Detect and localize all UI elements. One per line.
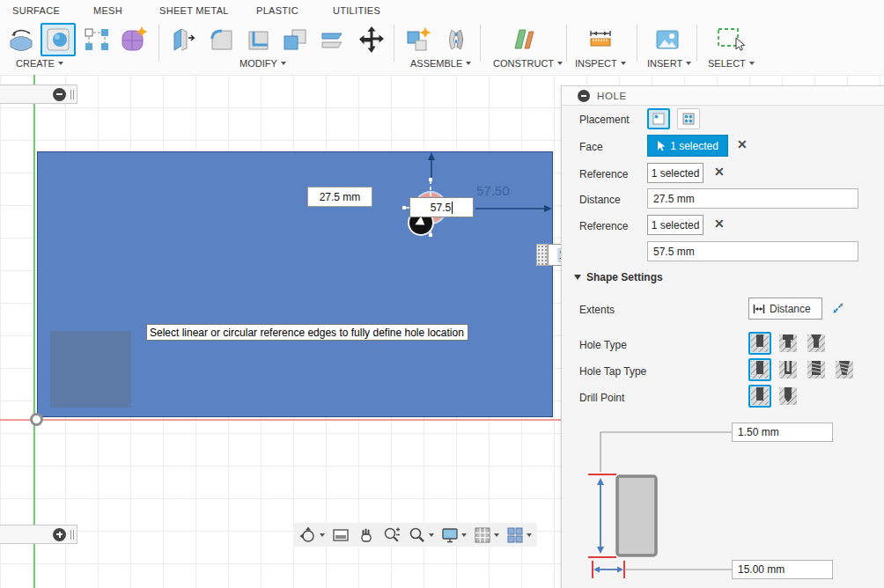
dimension-edit-box[interactable]: 57.5 [409, 197, 474, 217]
drill-point-flat-button[interactable] [748, 385, 771, 408]
new-component-glyph [404, 26, 434, 54]
tap-type-tapped-button[interactable] [805, 358, 828, 381]
drill-flat-icon [751, 387, 769, 405]
tab-plastic[interactable]: PLASTIC [256, 5, 298, 16]
select-tool-icon[interactable] [713, 23, 748, 56]
grid-icon [473, 526, 492, 545]
combine-glyph [281, 26, 311, 54]
pattern-icon[interactable] [79, 23, 114, 56]
dimension-drag-grip[interactable] [536, 244, 548, 266]
browser-grip-handle[interactable] [70, 90, 74, 99]
select-menu-button[interactable]: SELECT [708, 58, 755, 69]
drill-point-angle-button[interactable] [777, 385, 799, 408]
clear-reference2-button[interactable]: ✕ [714, 217, 725, 231]
placement-multiple-button[interactable] [677, 108, 700, 129]
reference-selection-button[interactable]: 1 selected [647, 163, 704, 183]
distance-input[interactable]: 27.5 mm [647, 188, 858, 209]
expand-timeline-button[interactable] [53, 528, 66, 541]
drill-point-label: Drill Point [579, 392, 624, 404]
insert-menu-button[interactable]: INSERT [647, 58, 691, 69]
hole-tool-icon[interactable] [41, 23, 76, 56]
display-settings-button[interactable] [440, 526, 467, 545]
pan-button[interactable] [357, 526, 376, 545]
tap-simple-icon [751, 361, 769, 379]
hole-type-countersink-button[interactable] [805, 332, 828, 355]
inspect-menu-label: INSPECT [575, 58, 617, 69]
y-axis-line [33, 75, 35, 588]
distance-extent-icon [753, 304, 765, 314]
create-menu-button[interactable]: CREATE [16, 58, 63, 69]
tap-type-clearance-button[interactable] [777, 358, 799, 381]
simple-hole-icon [751, 334, 769, 352]
assemble-menu-button[interactable]: ASSEMBLE [410, 58, 471, 69]
timeline-collapsed-bar [0, 525, 77, 544]
shell-glyph [244, 26, 274, 54]
shape-settings-section-toggle[interactable]: Shape Settings [574, 271, 663, 283]
reference-label: Reference [579, 168, 628, 180]
insert-image-icon[interactable] [650, 23, 685, 56]
flip-direction-button[interactable] [830, 300, 846, 320]
pattern-glyph [82, 26, 112, 54]
combine-icon[interactable] [278, 23, 313, 56]
shell-icon[interactable] [241, 23, 276, 56]
tap-type-taper-button[interactable] [833, 358, 856, 381]
handle-arrow-icon [415, 217, 427, 230]
zoom-icon [382, 526, 401, 545]
look-at-button[interactable] [331, 526, 350, 545]
construct-plane-icon[interactable] [505, 23, 541, 56]
hole-dialog-header[interactable]: HOLE [562, 86, 884, 106]
face-selection-value: 1 selected [670, 140, 718, 152]
form-icon[interactable] [116, 23, 151, 56]
origin-point-marker [30, 413, 43, 426]
construct-menu-button[interactable]: CONSTRUCT [493, 58, 563, 69]
hole-type-simple-button[interactable] [748, 332, 771, 355]
create-menu-label: CREATE [16, 58, 55, 69]
chevron-down-icon [429, 533, 434, 537]
timeline-grip-handle[interactable] [70, 530, 74, 540]
press-pull-icon[interactable] [166, 23, 201, 56]
chevron-down-icon [686, 62, 691, 65]
collapse-browser-button[interactable] [53, 88, 66, 101]
diameter-input[interactable]: 15.00 mm [732, 560, 833, 579]
cursor-icon [657, 140, 666, 152]
placement-single-button[interactable] [647, 108, 670, 129]
reference2-selection-button[interactable]: 1 selected [647, 215, 704, 235]
joint-glyph [441, 26, 471, 54]
tab-utilities[interactable]: UTILITIES [333, 5, 380, 16]
depth-input[interactable]: 1.50 mm [732, 423, 833, 442]
clear-reference-button[interactable]: ✕ [714, 165, 725, 179]
tab-mesh[interactable]: MESH [93, 5, 122, 16]
orbit-icon [298, 526, 318, 545]
revolve-icon[interactable] [4, 23, 39, 56]
face-selection-button[interactable]: 1 selected [647, 135, 728, 157]
modify-menu-button[interactable]: MODIFY [239, 58, 286, 69]
split-body-icon[interactable] [315, 23, 350, 56]
orbit-button[interactable] [298, 526, 325, 545]
dimension-input-horizontal[interactable]: 27.5 mm [307, 187, 372, 207]
chevron-down-icon [557, 62, 563, 65]
fillet-icon[interactable] [204, 23, 239, 56]
zoom-window-button[interactable] [408, 526, 434, 545]
grid-settings-button[interactable] [473, 526, 499, 545]
chevron-down-icon [466, 62, 471, 65]
extents-dropdown[interactable]: Distance [748, 298, 822, 320]
tap-type-simple-button[interactable] [748, 358, 771, 381]
chevron-down-icon [621, 62, 626, 65]
viewports-button[interactable] [505, 526, 532, 545]
chevron-down-icon [749, 62, 755, 65]
hole-type-label: Hole Type [579, 339, 627, 351]
move-icon[interactable] [354, 23, 389, 56]
tab-sheet-metal[interactable]: SHEET METAL [159, 5, 229, 16]
tab-surface[interactable]: SURFACE [12, 5, 60, 16]
hole-type-counterbore-button[interactable] [777, 332, 799, 355]
measure-icon[interactable] [583, 23, 618, 56]
new-component-icon[interactable] [401, 23, 437, 56]
inspect-menu-button[interactable]: INSPECT [575, 58, 626, 69]
secondary-distance-input[interactable]: 57.5 mm [647, 241, 858, 261]
face-label: Face [579, 141, 603, 153]
joint-icon[interactable] [438, 23, 474, 56]
magnifier-icon [408, 526, 427, 545]
clear-face-button[interactable]: ✕ [737, 137, 748, 151]
zoom-button[interactable] [382, 526, 401, 545]
browser-collapsed-bar [0, 85, 77, 104]
